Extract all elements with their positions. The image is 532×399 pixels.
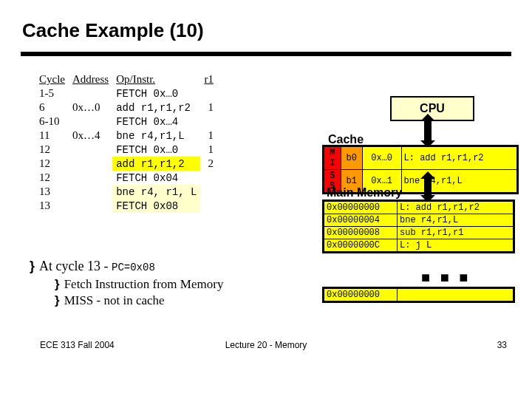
- page-title: Cache Example (10): [22, 19, 204, 42]
- mem-label: Main Memory: [327, 186, 402, 200]
- arrow-cache-mem: [424, 177, 432, 197]
- trace-row: 13bne r4, r1, L: [35, 185, 217, 199]
- col-r1: r1: [200, 72, 217, 86]
- mem-row: 0x00000004bne r4,r1,L: [324, 214, 514, 227]
- col-addr: Address: [69, 72, 112, 86]
- footer-right: 33: [497, 340, 507, 350]
- trace-row: 12FETCH 0x…01: [35, 143, 217, 157]
- bullet-1-text: At cycle 13 -: [39, 259, 112, 273]
- cache-row: MIb00x…0L: add r1,r1,r2: [324, 147, 517, 170]
- footer-center: Lecture 20 - Memory: [0, 340, 532, 350]
- trace-row: 1-5FETCH 0x…0: [35, 86, 217, 100]
- bullets: }At cycle 13 - PC=0x08 }Fetch Instructio…: [30, 257, 223, 310]
- mem-table: 0x00000000L: add r1,r1,r20x00000004bne r…: [322, 200, 515, 253]
- trace-row: 6-10FETCH 0x…4: [35, 115, 217, 129]
- bullet-1-code: PC=0x08: [112, 262, 155, 273]
- mem-row: 0x00000000L: add r1,r1,r2: [324, 202, 514, 214]
- trace-row: 12FETCH 0x04: [35, 171, 217, 185]
- trace-row: 12add r1,r1,22: [35, 157, 217, 171]
- mem-row: 0x0000000CL: j L: [324, 239, 514, 252]
- mem-tail-instr: [398, 289, 514, 301]
- trace-row: 110x…4bne r4,r1,L1: [35, 129, 217, 143]
- mem-row: 0x00000008sub r1,r1,r1: [324, 227, 514, 239]
- ellipsis-icon: ■ ■ ■: [421, 269, 471, 286]
- bullet-2a: Fetch Instruction from Memory: [64, 277, 224, 291]
- trace-table: Cycle Address Op/Instr. r1 1-5FETCH 0x…0…: [35, 72, 217, 213]
- arrow-cpu-cache: [424, 120, 432, 142]
- trace-row: 13FETCH 0x08: [35, 199, 217, 213]
- mem-tail: 0x00000000: [322, 287, 515, 303]
- col-cycle: Cycle: [35, 72, 69, 86]
- bullet-2b: MISS - not in cache: [64, 293, 165, 307]
- col-op: Op/Instr.: [112, 72, 200, 86]
- trace-row: 60x…0add r1,r1,r21: [35, 100, 217, 115]
- mem-tail-addr: 0x00000000: [324, 289, 398, 301]
- title-rule: [21, 52, 511, 56]
